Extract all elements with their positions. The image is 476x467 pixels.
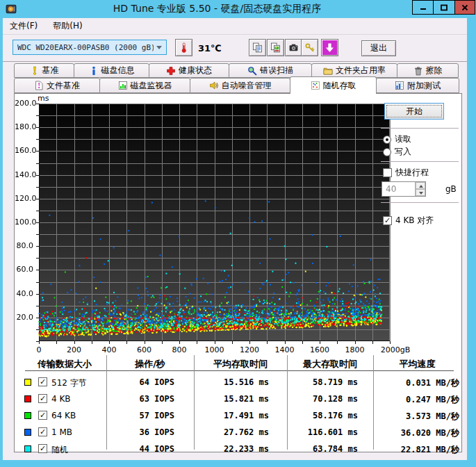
tab-erase[interactable]: 擦除 bbox=[397, 63, 459, 78]
series-color-chip bbox=[24, 429, 31, 436]
tab-health[interactable]: 健康状态 bbox=[149, 63, 229, 78]
radio-read[interactable]: 读取 bbox=[383, 133, 411, 145]
short-stroke-size: 40 gB bbox=[381, 181, 457, 197]
checkbox-4kb-align[interactable]: 4 KB 对齐 bbox=[383, 215, 434, 227]
down-arrow-icon bbox=[325, 42, 335, 53]
cell-max-access: 116.601 ms bbox=[287, 427, 358, 437]
table-header-1: 操作/秒 bbox=[106, 358, 194, 370]
series-label: 64 KB bbox=[51, 411, 76, 420]
spinner-up-icon[interactable] bbox=[416, 182, 425, 189]
cell-max-access: 63.784 ms bbox=[287, 444, 358, 454]
series-checkbox-random[interactable] bbox=[38, 444, 47, 453]
series-color-chip bbox=[24, 379, 31, 386]
temperature-button[interactable] bbox=[175, 39, 192, 56]
copy-text-button[interactable] bbox=[249, 39, 266, 56]
checkbox-short-stroke-box bbox=[383, 168, 392, 177]
short-stroke-size-input[interactable]: 40 bbox=[381, 181, 426, 197]
series-label: 4 KB bbox=[51, 394, 71, 404]
table-header-divider bbox=[25, 370, 454, 371]
settings-button[interactable] bbox=[301, 39, 318, 56]
chevron-down-icon bbox=[156, 46, 162, 49]
tab-file-benchmark[interactable]: 文件基准 bbox=[14, 78, 100, 93]
drive-selector[interactable]: WDC WD20EARX-00PASB0 (2000 gB) bbox=[13, 40, 167, 55]
menu-file[interactable]: 文件(F) bbox=[5, 18, 42, 34]
cell-iops: 63 IOPS bbox=[106, 394, 174, 404]
series-checkbox-4kb[interactable] bbox=[38, 394, 47, 403]
radio-read-dot bbox=[383, 136, 391, 144]
close-button[interactable] bbox=[455, 0, 475, 15]
radio-write[interactable]: 写入 bbox=[383, 146, 411, 158]
table-row-1mb: 1 MB36 IOPS27.762 ms116.601 ms36.020 MB/… bbox=[15, 426, 463, 441]
cell-avg-access: 22.233 ms bbox=[194, 444, 269, 454]
close-icon bbox=[461, 3, 469, 12]
y-tick-label: 80.0 bbox=[15, 241, 33, 250]
health-icon bbox=[166, 66, 176, 76]
checkbox-short-stroke[interactable]: 快捷行程 bbox=[383, 167, 429, 179]
spinner-down-icon[interactable] bbox=[416, 189, 425, 196]
exit-button[interactable]: 退出 bbox=[361, 40, 396, 56]
maximize-button[interactable] bbox=[434, 0, 455, 15]
tab-disk-monitor-label: 磁盘监视器 bbox=[131, 80, 172, 92]
thermometer-icon bbox=[179, 42, 189, 53]
tab-extra-tests[interactable]: 附加测试 bbox=[376, 78, 459, 93]
folder-usage-icon bbox=[323, 66, 333, 76]
cell-avg-speed: 22.821 MB/秒 bbox=[373, 444, 459, 456]
series-checkbox-512b[interactable] bbox=[38, 377, 47, 386]
radio-write-label: 写入 bbox=[395, 146, 411, 158]
tab-folder-usage[interactable]: 文件夹占用率 bbox=[311, 63, 397, 78]
disk-info-icon bbox=[89, 66, 99, 76]
titlebar: HD Tune 专业版 5.50 - 硬盘/固态硬盘实用程序 bbox=[0, 0, 476, 18]
tab-row-2: 文件基准磁盘监视器自动噪音管理随机存取附加测试 bbox=[14, 78, 462, 93]
radio-read-label: 读取 bbox=[395, 133, 411, 145]
copy-text-icon bbox=[252, 42, 263, 53]
screenshot-button[interactable] bbox=[285, 39, 302, 56]
y-tick-label: 120.0 bbox=[15, 194, 33, 203]
cell-max-access: 58.176 ms bbox=[287, 411, 358, 420]
tab-benchmark-label: 基准 bbox=[42, 65, 59, 76]
series-checkbox-64kb[interactable] bbox=[38, 411, 47, 420]
cell-iops: 36 IOPS bbox=[106, 427, 174, 437]
tab-error-scan[interactable]: 错误扫描 bbox=[229, 63, 312, 78]
table-header-2: 平均存取时间 bbox=[194, 358, 287, 370]
camera-icon bbox=[288, 42, 299, 53]
table-row-4kb: 4 KB63 IOPS15.821 ms70.128 ms0.247 MB/秒 bbox=[15, 393, 463, 408]
start-button[interactable]: 开始 bbox=[384, 103, 444, 120]
tab-random-access[interactable]: 随机存取 bbox=[290, 76, 377, 94]
y-tick-label: 160.0 bbox=[15, 146, 33, 155]
checkbox-4kb-align-box bbox=[383, 216, 392, 225]
menu-bar: 文件(F) 帮助(H) bbox=[3, 18, 467, 34]
cell-max-access: 58.719 ms bbox=[287, 377, 358, 387]
radio-write-dot bbox=[383, 148, 391, 156]
spinner[interactable] bbox=[415, 182, 425, 196]
app-icon bbox=[6, 3, 17, 15]
cell-avg-speed: 0.247 MB/秒 bbox=[373, 394, 459, 406]
series-checkbox-1mb[interactable] bbox=[38, 427, 47, 436]
menu-help[interactable]: 帮助(H) bbox=[48, 18, 87, 34]
drive-selector-value: WDC WD20EARX-00PASB0 (2000 gB) bbox=[17, 43, 154, 52]
disk-monitor-icon bbox=[118, 81, 128, 90]
copy-image-icon bbox=[270, 42, 281, 53]
short-stroke-unit: gB bbox=[445, 184, 457, 194]
minimize-button[interactable] bbox=[412, 0, 434, 15]
cell-avg-speed: 36.020 MB/秒 bbox=[373, 427, 459, 439]
minimize-icon bbox=[419, 3, 427, 12]
y-tick-label: 100.0 bbox=[15, 218, 33, 227]
client-area: 文件(F) 帮助(H) WDC WD20EARX-00PASB0 (2000 g… bbox=[3, 18, 467, 460]
tab-disk-info[interactable]: 磁盘信息 bbox=[74, 63, 149, 78]
copy-image-button[interactable] bbox=[267, 39, 284, 56]
update-button[interactable] bbox=[321, 39, 338, 56]
short-stroke-size-value: 40 bbox=[382, 184, 415, 194]
table-row-random: 随机44 IOPS22.233 ms63.784 ms22.821 MB/秒 bbox=[15, 443, 463, 458]
file-benchmark-icon bbox=[34, 81, 44, 90]
extra-tests-icon bbox=[395, 81, 404, 90]
tab-error-scan-label: 错误扫描 bbox=[260, 65, 293, 76]
chart-canvas bbox=[35, 101, 391, 345]
series-color-chip bbox=[24, 395, 31, 402]
divider bbox=[381, 128, 459, 129]
tab-aam[interactable]: 自动噪音管理 bbox=[190, 78, 290, 93]
y-tick-label: 20.0 bbox=[15, 313, 33, 322]
divider bbox=[381, 202, 459, 203]
tab-disk-monitor[interactable]: 磁盘监视器 bbox=[99, 78, 190, 93]
benchmark-icon bbox=[30, 66, 40, 76]
tab-benchmark[interactable]: 基准 bbox=[14, 63, 74, 78]
